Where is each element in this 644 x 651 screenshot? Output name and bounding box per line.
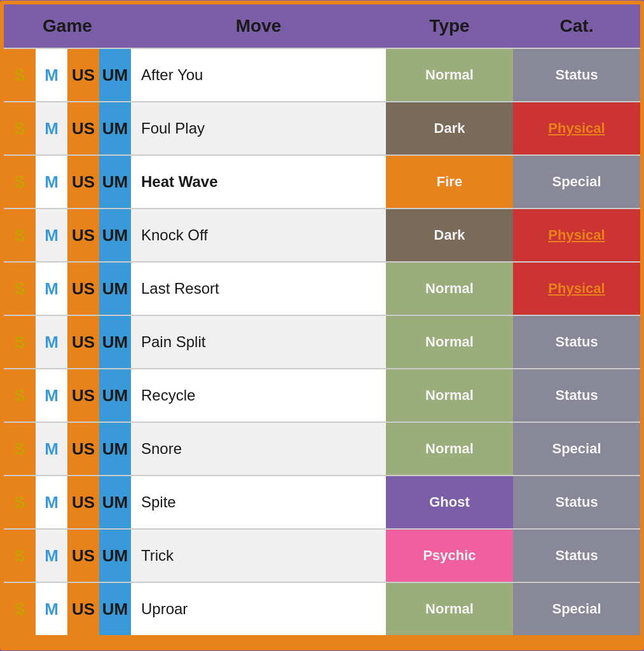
letter-um: UM <box>99 156 131 208</box>
table-row: S M US UM Trick Psychic Status <box>4 528 640 582</box>
table-row: S M US UM Recycle Normal Status <box>4 368 640 421</box>
type-cell: Dark <box>386 209 513 261</box>
letter-m: M <box>36 49 67 101</box>
move-name: Recycle <box>131 369 386 421</box>
table-row: S M US UM After You Normal Status <box>4 48 640 101</box>
game-cell: S M US UM <box>4 156 131 208</box>
cat-cell: Special <box>513 423 640 475</box>
type-cell: Normal <box>386 49 513 101</box>
cat-cell: Special <box>513 583 640 635</box>
table-row: S M US UM Pain Split Normal Status <box>4 315 640 368</box>
cat-cell: Status <box>513 316 640 368</box>
table-body: S M US UM After You Normal Status S M US… <box>4 48 640 635</box>
cat-cell: Physical <box>513 102 640 154</box>
letter-m: M <box>36 156 67 208</box>
letter-s: S <box>4 156 36 208</box>
letter-um: UM <box>99 209 131 261</box>
game-cell: S M US UM <box>4 583 131 635</box>
move-table: Game Move Type Cat. S M US UM After You … <box>0 1 644 650</box>
type-cell: Dark <box>386 102 513 154</box>
table-row: S M US UM Spite Ghost Status <box>4 475 640 528</box>
letter-us: US <box>67 583 99 635</box>
move-name: Uproar <box>131 583 386 635</box>
type-cell: Normal <box>386 369 513 421</box>
letter-us: US <box>67 530 99 582</box>
move-header: Move <box>131 11 386 41</box>
game-cell: S M US UM <box>4 49 131 101</box>
letter-um: UM <box>99 316 131 368</box>
game-cell: S M US UM <box>4 369 131 421</box>
game-cell: S M US UM <box>4 102 131 154</box>
cat-cell: Physical <box>513 263 640 315</box>
game-cell: S M US UM <box>4 263 131 315</box>
move-name: Knock Off <box>131 209 386 261</box>
letter-m: M <box>36 102 67 154</box>
letter-s: S <box>4 49 36 101</box>
move-name: Spite <box>131 476 386 528</box>
type-cell: Normal <box>386 263 513 315</box>
letter-s: S <box>4 263 36 315</box>
letter-s: S <box>4 369 36 421</box>
letter-s: S <box>4 102 36 154</box>
letter-s: S <box>4 530 36 582</box>
move-name: Heat Wave <box>131 156 386 208</box>
letter-us: US <box>67 102 99 154</box>
letter-m: M <box>36 530 67 582</box>
cat-header: Cat. <box>513 11 640 41</box>
letter-um: UM <box>99 263 131 315</box>
letter-m: M <box>36 476 67 528</box>
game-cell: S M US UM <box>4 316 131 368</box>
game-cell: S M US UM <box>4 476 131 528</box>
table-header: Game Move Type Cat. <box>4 4 640 48</box>
move-name: Pain Split <box>131 316 386 368</box>
table-row: S M US UM Uproar Normal Special <box>4 582 640 635</box>
table-row: S M US UM Last Resort Normal Physical <box>4 261 640 315</box>
letter-um: UM <box>99 583 131 635</box>
move-name: After You <box>131 49 386 101</box>
letter-m: M <box>36 583 67 635</box>
cat-cell: Physical <box>513 209 640 261</box>
table-row: S M US UM Snore Normal Special <box>4 421 640 475</box>
type-cell: Normal <box>386 583 513 635</box>
game-header: Game <box>4 11 131 41</box>
table-row: S M US UM Knock Off Dark Physical <box>4 208 640 261</box>
footer-bar <box>4 635 640 647</box>
letter-us: US <box>67 369 99 421</box>
letter-um: UM <box>99 476 131 528</box>
letter-um: UM <box>99 49 131 101</box>
letter-us: US <box>67 209 99 261</box>
letter-us: US <box>67 49 99 101</box>
letter-m: M <box>36 316 67 368</box>
game-cell: S M US UM <box>4 530 131 582</box>
move-name: Foul Play <box>131 102 386 154</box>
letter-s: S <box>4 423 36 475</box>
letter-us: US <box>67 476 99 528</box>
letter-s: S <box>4 209 36 261</box>
letter-m: M <box>36 209 67 261</box>
letter-us: US <box>67 316 99 368</box>
letter-s: S <box>4 476 36 528</box>
type-header: Type <box>386 11 513 41</box>
letter-m: M <box>36 423 67 475</box>
letter-s: S <box>4 316 36 368</box>
move-name: Trick <box>131 530 386 582</box>
table-row: S M US UM Heat Wave Fire Special <box>4 154 640 208</box>
cat-cell: Status <box>513 49 640 101</box>
letter-us: US <box>67 423 99 475</box>
game-cell: S M US UM <box>4 209 131 261</box>
type-cell: Psychic <box>386 530 513 582</box>
cat-cell: Status <box>513 530 640 582</box>
letter-um: UM <box>99 369 131 421</box>
type-cell: Normal <box>386 316 513 368</box>
cat-cell: Special <box>513 156 640 208</box>
type-cell: Ghost <box>386 476 513 528</box>
game-cell: S M US UM <box>4 423 131 475</box>
type-cell: Normal <box>386 423 513 475</box>
type-cell: Fire <box>386 156 513 208</box>
move-name: Last Resort <box>131 263 386 315</box>
cat-cell: Status <box>513 476 640 528</box>
table-row: S M US UM Foul Play Dark Physical <box>4 101 640 154</box>
letter-us: US <box>67 263 99 315</box>
letter-m: M <box>36 369 67 421</box>
letter-um: UM <box>99 423 131 475</box>
